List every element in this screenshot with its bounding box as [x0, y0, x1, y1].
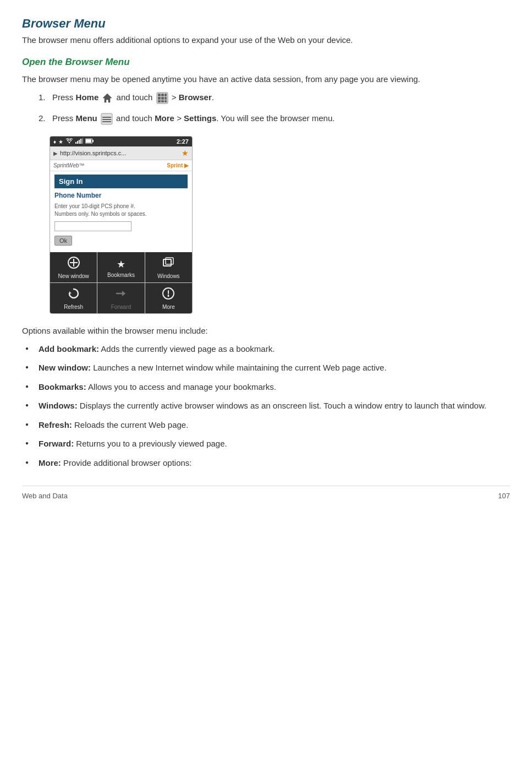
- status-time: 2:27: [177, 138, 189, 145]
- list-item-windows: Windows: Displays the currently active b…: [33, 400, 510, 412]
- term-more: More:: [39, 458, 61, 467]
- bt-icon: ★: [58, 139, 63, 145]
- sprint-brand: Sprint ▶: [167, 162, 189, 168]
- bookmark-icon: ★: [182, 149, 189, 157]
- windows-icon: [162, 257, 174, 271]
- term-windows: Windows:: [39, 401, 78, 410]
- phone-instruction-1: Enter your 10-digit PCS phone #. Numbers…: [54, 203, 188, 218]
- menu-more[interactable]: More: [145, 283, 192, 313]
- battery-icon: [85, 138, 94, 145]
- svg-rect-7: [164, 97, 167, 100]
- footer-right: 107: [498, 492, 510, 500]
- term-new-window: New window:: [39, 363, 91, 372]
- list-item-refresh: Refresh: Reloads the current Web page.: [33, 419, 510, 432]
- term-add-bookmark: Add bookmark:: [39, 344, 99, 353]
- term-bookmarks: Bookmarks:: [39, 382, 86, 391]
- url-text: http://vision.sprintpcs.c...: [60, 150, 179, 156]
- phone-number-label: Phone Number: [54, 192, 188, 199]
- options-intro: Options available within the browser men…: [22, 325, 510, 338]
- svg-rect-14: [102, 121, 111, 122]
- step-1: 1. Press Home and touch > Browser.: [39, 91, 510, 104]
- forward-label: Forward: [111, 304, 131, 310]
- svg-rect-17: [77, 141, 78, 144]
- menu-windows[interactable]: Windows: [145, 252, 192, 282]
- svg-rect-4: [164, 94, 167, 96]
- svg-rect-18: [79, 140, 80, 144]
- page-footer: Web and Data 107: [22, 486, 510, 500]
- step-1-before: Press: [52, 93, 76, 102]
- svg-rect-6: [161, 97, 164, 100]
- play-btn: ▶: [53, 150, 58, 156]
- svg-rect-5: [158, 97, 161, 100]
- signal-bars-icon: [75, 138, 83, 145]
- svg-rect-23: [86, 139, 91, 143]
- intro-text: The browser menu offers additional optio…: [22, 34, 510, 47]
- subtitle-desc: The browser menu may be opened anytime y…: [22, 73, 510, 86]
- svg-rect-16: [75, 142, 76, 144]
- url-bar: ▶ http://vision.sprintpcs.c... ★: [50, 146, 192, 160]
- list-item-forward: Forward: Returns you to a previously vie…: [33, 438, 510, 450]
- step-2: 2. Press Menu and touch More > Settings.…: [39, 112, 510, 125]
- list-item-add-bookmark: Add bookmark: Adds the currently viewed …: [33, 343, 510, 356]
- svg-point-15: [69, 142, 70, 143]
- bookmarks-icon: ★: [117, 258, 125, 270]
- sign-in-bar: Sign In: [54, 175, 188, 188]
- term-forward: Forward:: [39, 439, 74, 448]
- menu-row-2: Refresh Forward More: [50, 283, 192, 313]
- list-item-more: More: Provide additional browser options…: [33, 457, 510, 470]
- svg-rect-20: [82, 138, 83, 144]
- menu-bookmarks[interactable]: ★ Bookmarks: [97, 252, 145, 282]
- step-1-home-bold: Home: [76, 93, 101, 102]
- step-1-browser: > Browser.: [172, 93, 214, 102]
- status-bar: ♦ ★: [50, 137, 192, 146]
- phone-input-box[interactable]: [54, 221, 131, 231]
- forward-icon: [115, 287, 127, 302]
- more-icon: [162, 287, 174, 302]
- term-refresh: Refresh:: [39, 420, 72, 429]
- svg-rect-13: [102, 119, 111, 120]
- refresh-label: Refresh: [64, 304, 83, 310]
- bullet-list: Add bookmark: Adds the currently viewed …: [33, 343, 510, 470]
- list-item-new-window: New window: Launches a new Internet wind…: [33, 362, 510, 374]
- phone-content: Sign In Phone Number Enter your 10-digit…: [50, 171, 192, 252]
- step-2-and-touch: and touch More > Settings. You will see …: [116, 113, 334, 123]
- svg-rect-2: [158, 94, 161, 96]
- svg-rect-10: [164, 100, 167, 102]
- svg-marker-31: [122, 291, 125, 296]
- bookmarks-label: Bookmarks: [107, 272, 135, 278]
- list-item-bookmarks: Bookmarks: Allows you to access and mana…: [33, 381, 510, 394]
- svg-rect-9: [161, 100, 164, 102]
- menu-row-1: New window ★ Bookmarks Windows: [50, 252, 192, 283]
- wifi-icon: [65, 138, 73, 145]
- svg-rect-3: [161, 94, 164, 96]
- svg-rect-22: [92, 140, 94, 142]
- footer-left: Web and Data: [22, 492, 68, 500]
- step-2-before: Press: [52, 113, 76, 123]
- svg-rect-28: [166, 258, 173, 264]
- step-2-menu-bold: Menu: [76, 113, 100, 123]
- signal-icon: ♦: [53, 139, 56, 145]
- site-logo: SprintWeb™: [53, 162, 85, 168]
- apps-icon: [156, 92, 168, 104]
- menu-refresh[interactable]: Refresh: [50, 283, 97, 313]
- status-left-icons: ♦ ★: [53, 138, 94, 145]
- home-icon: [102, 93, 113, 104]
- phone-screenshot: ♦ ★: [50, 136, 193, 314]
- menu-new-window[interactable]: New window: [50, 252, 97, 282]
- new-window-icon: [68, 257, 80, 271]
- step-1-and-touch: and touch: [117, 93, 155, 102]
- menu-icon: [101, 113, 113, 125]
- site-header: SprintWeb™ Sprint ▶: [50, 160, 192, 171]
- refresh-icon: [68, 287, 80, 302]
- ok-button[interactable]: Ok: [54, 236, 72, 246]
- svg-rect-12: [102, 117, 111, 118]
- svg-rect-19: [80, 139, 81, 144]
- windows-label: Windows: [157, 273, 180, 279]
- svg-marker-0: [103, 94, 112, 102]
- step-2-number: 2.: [39, 113, 50, 123]
- svg-rect-8: [158, 100, 161, 102]
- new-window-label: New window: [58, 273, 89, 279]
- section-subtitle: Open the Browser Menu: [22, 57, 510, 68]
- svg-rect-27: [163, 259, 171, 266]
- step-1-number: 1.: [39, 93, 50, 102]
